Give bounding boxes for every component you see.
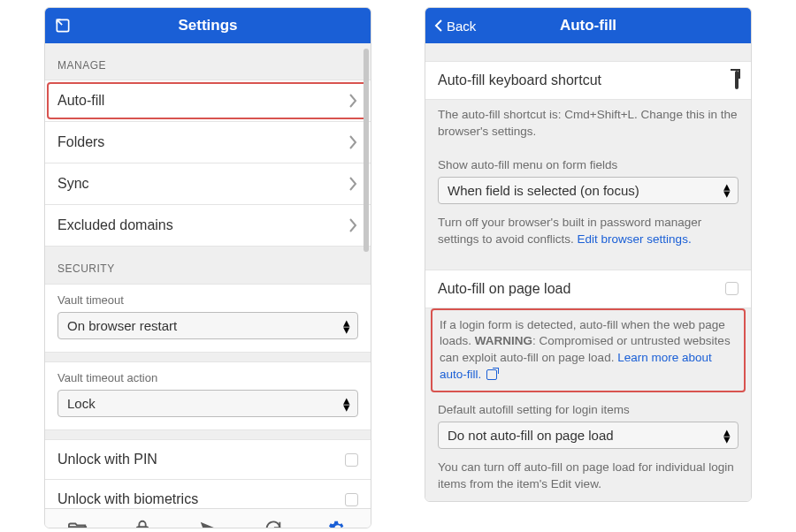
tab-settings[interactable]: Settings [305,509,371,528]
back-button[interactable]: Back [434,19,476,34]
vault-timeout-action-select[interactable]: Lock ▴▾ [57,390,358,417]
row-label: Auto-fill on page load [438,281,570,297]
select-value: When field is selected (on focus) [448,183,639,198]
select-arrows-icon: ▴▾ [343,397,350,411]
default-login-select[interactable]: Do not auto-fill on page load ▴▾ [438,422,739,449]
select-arrows-icon: ▴▾ [343,319,350,333]
settings-scroll: MANAGE Auto-fill Folders Sync Excluded d… [45,43,371,508]
autofill-on-page-load-checkbox[interactable] [725,282,739,295]
refresh-icon [264,519,283,529]
show-menu-label: Show auto-fill menu on form fields [425,153,751,177]
settings-item-label: Auto-fill [57,93,104,109]
shortcut-help-text: The auto-fill shortcut is: Cmd+Shift+L. … [425,100,751,153]
chevron-right-icon [348,92,358,110]
folder-icon [68,519,88,529]
vault-timeout-action-label: Vault timeout action [57,371,358,384]
tab-generator[interactable]: Generator [241,509,306,528]
default-login-label: Default autofill setting for login items [425,398,751,422]
tab-tab[interactable]: Tab [45,509,111,528]
lock-icon [133,519,152,529]
autofill-shortcut-row[interactable]: Auto-fill keyboard shortcut [425,61,751,100]
vault-timeout-block: Vault timeout On browser restart ▴▾ [45,284,371,353]
settings-item-excluded-domains[interactable]: Excluded domains [45,204,371,247]
external-link-icon [485,368,497,381]
select-value: Do not auto-fill on page load [448,428,614,443]
back-label: Back [447,19,476,34]
page-title: Settings [45,17,371,34]
bottom-tabbar: Tab Vault Send Generator Settings [45,508,371,528]
select-arrows-icon: ▴▾ [723,429,731,443]
autofill-header: Back Auto-fill [425,8,751,43]
tab-vault[interactable]: Vault [111,509,176,528]
autofill-panel: Back Auto-fill Auto-fill keyboard shortc… [425,7,752,502]
chevron-right-icon [348,133,358,151]
unlock-bio-row[interactable]: Unlock with biometrics [45,479,371,508]
default-login-help: You can turn off auto-fill on page load … [425,452,751,501]
section-manage-header: MANAGE [45,43,371,80]
autofill-warning-box: If a login form is detected, auto-fill w… [431,308,746,393]
autofill-on-page-load-row[interactable]: Auto-fill on page load [425,270,751,308]
unlock-bio-label: Unlock with biometrics [57,491,198,507]
settings-header: Settings [45,8,371,43]
popout-icon[interactable] [54,17,72,34]
select-value: On browser restart [67,318,177,333]
unlock-bio-checkbox[interactable] [345,493,358,506]
edit-browser-settings-link[interactable]: Edit browser settings. [578,232,692,246]
send-icon [198,519,218,529]
section-security-header: SECURITY [45,247,371,284]
settings-item-label: Sync [57,176,89,192]
svg-rect-1 [137,527,149,528]
vault-timeout-select[interactable]: On browser restart ▴▾ [57,312,358,339]
unlock-pin-row[interactable]: Unlock with PIN [45,439,371,480]
chevron-right-icon [348,175,358,193]
autofill-scroll: Auto-fill keyboard shortcut The auto-fil… [425,43,751,501]
unlock-pin-label: Unlock with PIN [57,452,157,467]
vault-timeout-action-block: Vault timeout action Lock ▴▾ [45,361,371,430]
gear-icon [328,519,348,529]
select-value: Lock [67,396,96,411]
settings-item-sync[interactable]: Sync [45,163,371,205]
chevron-left-icon [434,19,443,33]
vault-timeout-label: Vault timeout [57,293,358,307]
chevron-right-icon [348,217,358,234]
settings-item-label: Folders [57,134,104,150]
unlock-pin-checkbox[interactable] [345,453,358,467]
tab-send[interactable]: Send [175,509,241,528]
warn-bold: WARNING [475,334,532,347]
settings-item-autofill[interactable]: Auto-fill [45,80,371,122]
settings-item-label: Excluded domains [57,217,173,233]
conflict-help-text: Turn off your browser's built in passwor… [425,208,751,261]
settings-item-folders[interactable]: Folders [45,121,371,163]
row-label: Auto-fill keyboard shortcut [438,72,601,88]
select-arrows-icon: ▴▾ [723,183,731,197]
show-menu-select[interactable]: When field is selected (on focus) ▴▾ [438,177,739,204]
settings-panel: Settings MANAGE Auto-fill Folders Sync E… [44,7,371,528]
external-link-icon [735,72,739,88]
